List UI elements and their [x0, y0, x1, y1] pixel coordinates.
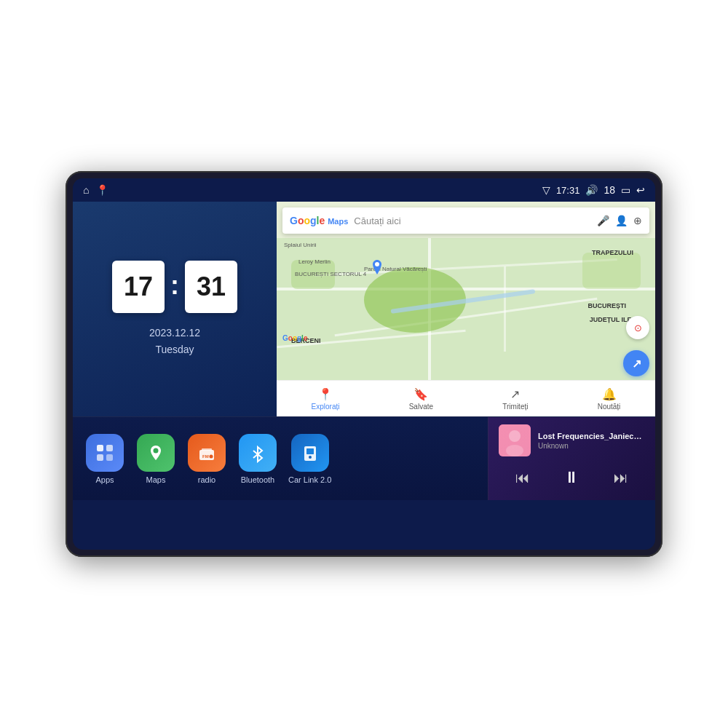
carlink-icon-box	[291, 434, 329, 472]
svg-point-9	[210, 454, 213, 458]
map-layers-icon[interactable]: ⊕	[633, 215, 642, 226]
back-icon[interactable]: ↩	[636, 184, 645, 196]
app-icon-maps[interactable]: Maps	[135, 434, 176, 484]
map-location-pin	[371, 260, 383, 277]
bucuresti-4-label: BUCUREȘTI SECTORUL 4	[295, 271, 366, 277]
clock-minute: 31	[185, 261, 237, 313]
bluetooth-label: Bluetooth	[241, 475, 274, 484]
maps-status-icon[interactable]: 📍	[96, 184, 108, 196]
clock-date: 2023.12.12 Tuesday	[149, 325, 200, 357]
trapezului-label: TRAPEZULUI	[592, 249, 633, 256]
app-icon-apps[interactable]: Apps	[84, 434, 125, 484]
volume-level: 18	[604, 184, 615, 196]
google-maps-logo: Google Maps	[290, 215, 348, 226]
svg-point-18	[506, 445, 523, 456]
clock-colon: :	[170, 270, 179, 301]
top-section: 17 : 31 2023.12.12 Tuesday Google	[73, 202, 655, 416]
map-search-action-icons: 🎤 👤 ⊕	[597, 215, 642, 226]
status-left-icons: ⌂ 📍	[83, 184, 108, 196]
app-icon-bluetooth[interactable]: Bluetooth	[237, 434, 278, 484]
svg-point-0	[375, 262, 379, 266]
carlink-label: Car Link 2.0	[288, 475, 331, 484]
map-nav-send[interactable]: ↗ Trimiteți	[502, 387, 528, 411]
maps-label: Maps	[146, 475, 166, 484]
main-content: 17 : 31 2023.12.12 Tuesday Google	[73, 202, 655, 550]
clock-display: 17 : 31	[112, 261, 237, 313]
svg-rect-1	[97, 445, 103, 451]
map-nav-explore[interactable]: 📍 Explorați	[312, 387, 340, 411]
play-pause-button[interactable]: ⏸	[558, 465, 585, 490]
home-icon[interactable]: ⌂	[83, 184, 89, 196]
app-icons-row: Apps Maps	[73, 417, 488, 500]
app-icon-radio[interactable]: FM radio	[186, 434, 227, 484]
next-button[interactable]: ⏭	[608, 467, 634, 489]
google-logo: Google	[282, 334, 307, 342]
music-top: Lost Frequencies_Janieck Devy-... Unknow…	[499, 424, 645, 456]
device-frame: ⌂ 📍 ▽ 17:31 🔊 18 ▭ ↩ 17 :	[66, 171, 662, 557]
apps-icon-box	[86, 434, 124, 472]
svg-point-5	[154, 448, 159, 453]
svg-point-14	[309, 456, 312, 459]
map-nav-saved[interactable]: 🔖 Salvate	[409, 387, 433, 411]
screen: ⌂ 📍 ▽ 17:31 🔊 18 ▭ ↩ 17 :	[73, 178, 655, 550]
music-panel: Lost Frequencies_Janieck Devy-... Unknow…	[488, 417, 655, 500]
prev-button[interactable]: ⏮	[510, 467, 536, 489]
svg-text:FM: FM	[202, 454, 209, 459]
radio-label: radio	[198, 475, 215, 484]
bluetooth-icon-box	[239, 434, 277, 472]
map-search-bar[interactable]: Google Maps Căutați aici 🎤 👤 ⊕	[282, 207, 649, 234]
compass-button[interactable]: ⊙	[626, 316, 649, 339]
volume-icon[interactable]: 🔊	[585, 184, 598, 196]
battery-icon: ▭	[621, 184, 630, 196]
app-icon-carlink[interactable]: Car Link 2.0	[288, 434, 331, 484]
radio-icon-box: FM	[188, 434, 226, 472]
svg-rect-2	[106, 445, 113, 451]
bottom-section: Apps Maps	[73, 416, 655, 500]
mic-icon[interactable]: 🎤	[597, 215, 609, 226]
bucuresti-label: BUCUREȘTI	[587, 302, 626, 309]
maps-icon-box	[137, 434, 175, 472]
map-nav-bar: 📍 Explorați 🔖 Salvate ↗ Trimiteți 🔔	[277, 380, 655, 416]
clock-hour: 17	[112, 261, 165, 313]
svg-rect-7	[202, 448, 212, 451]
music-title: Lost Frequencies_Janieck Devy-...	[538, 432, 645, 440]
account-icon[interactable]: 👤	[615, 215, 628, 226]
map-background: TRAPEZULUI BUCUREȘTI JUDEȚUL ILFOV BERCE…	[277, 238, 655, 380]
svg-point-17	[509, 430, 521, 442]
svg-rect-3	[97, 454, 103, 461]
map-panel[interactable]: Google Maps Căutați aici 🎤 👤 ⊕	[277, 202, 655, 416]
map-search-input[interactable]: Căutați aici	[354, 215, 591, 226]
music-info: Lost Frequencies_Janieck Devy-... Unknow…	[538, 432, 645, 450]
music-controls: ⏮ ⏸ ⏭	[499, 462, 645, 493]
signal-icon: ▽	[542, 184, 550, 196]
music-artist: Unknown	[538, 442, 645, 450]
status-bar: ⌂ 📍 ▽ 17:31 🔊 18 ▭ ↩	[73, 178, 655, 202]
clock-panel: 17 : 31 2023.12.12 Tuesday	[73, 202, 277, 416]
status-right-icons: ▽ 17:31 🔊 18 ▭ ↩	[542, 184, 645, 196]
apps-label: Apps	[95, 475, 114, 484]
splaiuluniri-label: Splaiul Unirii	[284, 242, 316, 248]
navigation-button[interactable]: ↗	[623, 350, 649, 376]
status-time: 17:31	[556, 185, 580, 196]
svg-rect-15	[306, 448, 314, 454]
map-nav-news[interactable]: 🔔 Noutăți	[598, 387, 621, 411]
leroy-merlin-label: Leroy Merlin	[298, 258, 331, 265]
music-album-art	[499, 424, 531, 456]
svg-rect-4	[106, 454, 113, 461]
